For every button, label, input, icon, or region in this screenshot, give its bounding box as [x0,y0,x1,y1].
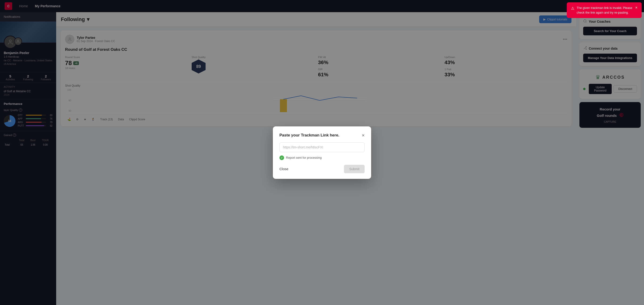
modal-overlay: Paste your Trackman Link here. × ✓ Repor… [0,0,644,305]
success-check-icon: ✓ [280,156,284,160]
trackman-modal: Paste your Trackman Link here. × ✓ Repor… [273,126,371,179]
modal-close-button[interactable]: × [362,133,364,138]
modal-footer: Close Submit [280,165,364,173]
toast-message: The given trackman link is invalid. Plea… [576,6,633,15]
modal-close-btn[interactable]: Close [280,167,288,171]
trackman-link-input[interactable] [280,142,364,152]
error-toast: ⚠ The given trackman link is invalid. Pl… [567,2,642,18]
modal-header: Paste your Trackman Link here. × [280,133,364,138]
toast-close-button[interactable]: × [635,6,638,10]
modal-success-message: ✓ Report sent for processing [280,156,364,160]
warning-icon: ⚠ [571,6,574,11]
modal-submit-btn[interactable]: Submit [344,165,364,173]
modal-title: Paste your Trackman Link here. [280,133,339,138]
